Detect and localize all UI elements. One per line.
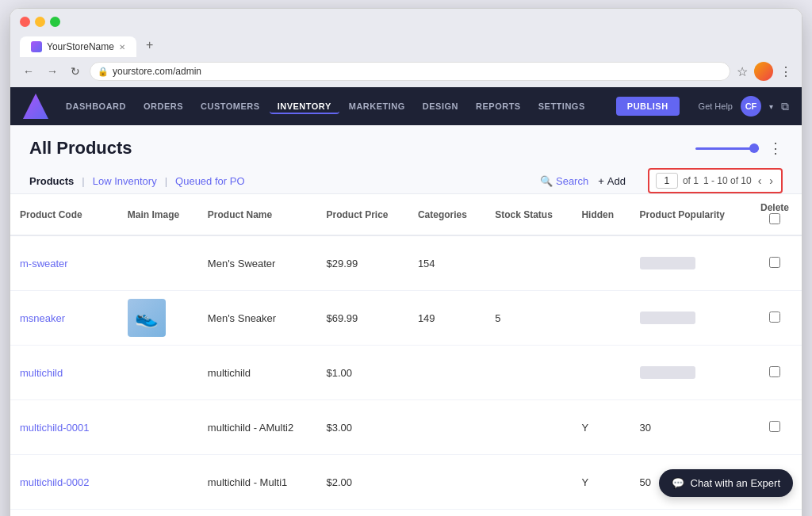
product-hidden [572, 346, 630, 400]
product-code-link[interactable]: multichild-0001 [20, 422, 89, 434]
product-categories [408, 400, 485, 455]
page-header: All Products ⋮ Products | Low Inventory … [10, 125, 802, 194]
nav-item-dashboard[interactable]: DASHBOARD [58, 98, 134, 114]
product-popularity [630, 235, 749, 291]
refresh-button[interactable]: ↻ [67, 63, 83, 79]
page-title-row: All Products ⋮ [29, 138, 783, 159]
back-button[interactable]: ← [20, 63, 37, 79]
external-link-icon[interactable]: ⧉ [781, 100, 789, 113]
col-header-product-price: Product Price [317, 194, 408, 235]
product-stock-status: 5 [485, 291, 572, 346]
page-of-label: of 1 [683, 175, 699, 186]
publish-button[interactable]: PUBLISH [616, 97, 680, 116]
product-categories [408, 346, 485, 400]
product-image-empty [128, 244, 166, 282]
app-navbar: DASHBOARD ORDERS CUSTOMERS INVENTORY MAR… [10, 87, 802, 125]
sub-nav-queued-for-po[interactable]: Queued for PO [175, 169, 244, 193]
product-code-link[interactable]: msneaker [20, 312, 65, 324]
more-options-button[interactable]: ⋮ [768, 140, 783, 157]
table-header: Product Code Main Image Product Name Pro… [10, 194, 802, 235]
page-title-actions: ⋮ [695, 140, 783, 157]
product-code-link[interactable]: multichild [20, 367, 63, 379]
search-label: Search [556, 175, 588, 187]
delete-row-checkbox[interactable] [769, 421, 780, 432]
nav-item-marketing[interactable]: MARKETING [341, 98, 413, 114]
minimize-window-button[interactable] [35, 17, 45, 27]
product-stock-status [485, 235, 572, 291]
product-price: $1.00 [317, 346, 408, 400]
nav-item-inventory[interactable]: INVENTORY [270, 98, 339, 114]
table-row: multichild-0003multichild - Multi3$4.00Y… [10, 510, 802, 517]
product-image-empty [128, 354, 166, 392]
add-label: Add [607, 175, 626, 187]
col-header-hidden: Hidden [572, 194, 630, 235]
nav-items: DASHBOARD ORDERS CUSTOMERS INVENTORY MAR… [58, 98, 610, 114]
table-row: m-sweaterMen's Sweater$29.99154 [10, 235, 802, 291]
slider-control[interactable] [695, 147, 759, 150]
product-code-link[interactable]: multichild-0002 [20, 476, 89, 488]
user-menu-chevron-icon[interactable]: ▾ [769, 102, 773, 111]
browser-user-avatar[interactable] [754, 62, 773, 81]
next-page-button[interactable]: › [768, 173, 775, 189]
bookmark-button[interactable]: ☆ [737, 64, 748, 79]
address-bar-container: 🔒 yourstore.com/admin [90, 62, 730, 81]
product-stock-status [485, 510, 572, 517]
new-tab-button[interactable]: + [138, 33, 161, 57]
product-code-link[interactable]: m-sweater [20, 258, 68, 269]
sub-nav-products[interactable]: Products [29, 169, 74, 193]
sub-nav-low-inventory[interactable]: Low Inventory [93, 169, 157, 193]
popularity-number: 30 [640, 422, 651, 434]
tab-label: YourStoreName [47, 41, 114, 52]
table-wrapper: Product Code Main Image Product Name Pro… [10, 194, 802, 516]
maximize-window-button[interactable] [50, 17, 60, 27]
tab-close-button[interactable]: ✕ [119, 43, 125, 52]
product-delete-cell [748, 235, 802, 291]
product-popularity: 10 [630, 510, 749, 517]
delete-all-checkbox[interactable] [769, 213, 780, 224]
nav-item-customers[interactable]: CUSTOMERS [193, 98, 268, 114]
product-name: multichild - Multi3 [198, 510, 317, 517]
search-button[interactable]: 🔍 Search [540, 175, 588, 187]
product-delete-cell [748, 510, 802, 517]
sub-nav: Products | Low Inventory | Queued for PO… [29, 168, 783, 193]
close-window-button[interactable] [20, 17, 30, 27]
product-categories: 149 [408, 291, 485, 346]
popularity-bar [640, 257, 695, 269]
prev-page-button[interactable]: ‹ [756, 173, 764, 189]
nav-item-settings[interactable]: SETTINGS [530, 98, 593, 114]
table-row: multichild-0001multichild - AMulti2$3.00… [10, 400, 802, 455]
product-name: multichild - Multi1 [198, 455, 317, 510]
forward-button[interactable]: → [44, 63, 61, 79]
product-price: $2.00 [317, 455, 408, 510]
product-popularity [630, 291, 749, 346]
product-categories [408, 455, 485, 510]
nav-item-design[interactable]: DESIGN [415, 98, 466, 114]
col-header-stock-status: Stock Status [485, 194, 572, 235]
delete-row-checkbox[interactable] [769, 366, 780, 377]
address-input[interactable]: yourstore.com/admin [90, 62, 730, 81]
page-number-input[interactable] [656, 173, 678, 189]
col-header-main-image: Main Image [118, 194, 198, 235]
nav-logo [23, 94, 48, 119]
page-title: All Products [29, 138, 132, 159]
get-help-link[interactable]: Get Help [699, 101, 733, 111]
products-table: Product Code Main Image Product Name Pro… [10, 194, 802, 516]
browser-tab-active[interactable]: YourStoreName ✕ [20, 36, 136, 57]
page-range-label: 1 - 10 of 10 [703, 175, 752, 186]
nav-right: Get Help CF ▾ ⧉ [699, 96, 789, 117]
browser-menu-button[interactable]: ⋮ [779, 64, 792, 79]
slider-thumb [749, 143, 759, 153]
nav-item-reports[interactable]: REPORTS [468, 98, 529, 114]
product-image-empty [128, 408, 166, 446]
user-badge[interactable]: CF [741, 96, 761, 117]
product-delete-cell [748, 346, 802, 400]
delete-row-checkbox[interactable] [769, 257, 780, 268]
product-price: $4.00 [317, 510, 408, 517]
chat-button[interactable]: 💬 Chat with an Expert [659, 469, 793, 497]
product-popularity: 30 [630, 400, 749, 455]
slider-track [695, 147, 759, 150]
nav-item-orders[interactable]: ORDERS [136, 98, 191, 114]
add-button[interactable]: + Add [598, 175, 626, 187]
browser-chrome: YourStoreName ✕ + [10, 9, 802, 57]
delete-row-checkbox[interactable] [769, 312, 780, 323]
